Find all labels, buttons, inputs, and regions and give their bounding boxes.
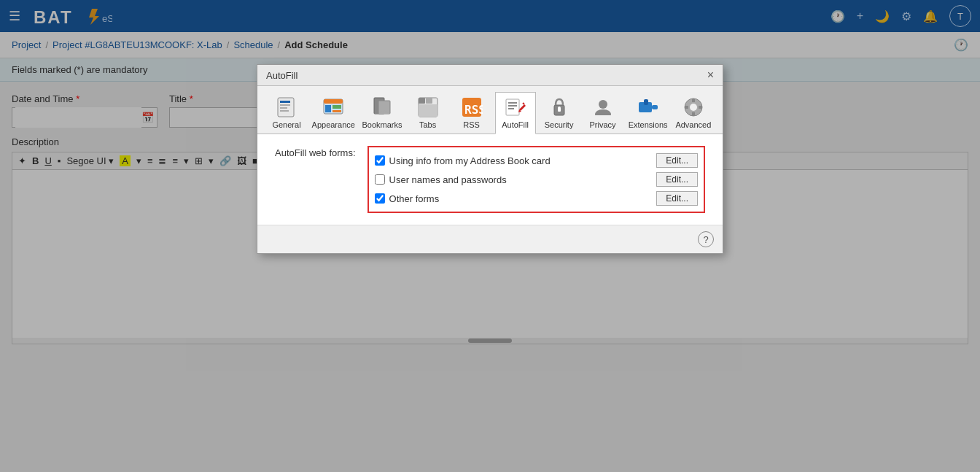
tab-bookmarks-label: Bookmarks [362, 120, 402, 129]
checkbox-address-label[interactable]: Using info from my Address Book card [389, 155, 551, 166]
checkbox-passwords-label[interactable]: User names and passwords [389, 174, 507, 185]
svg-text:RSS: RSS [464, 103, 483, 117]
checkbox-passwords[interactable] [375, 174, 385, 185]
checkbox-other[interactable] [375, 193, 385, 204]
tab-rss-label: RSS [463, 120, 480, 129]
autofill-icon [504, 96, 527, 119]
security-icon [548, 96, 571, 119]
edit-passwords-button[interactable]: Edit... [656, 172, 698, 187]
svg-rect-9 [324, 99, 343, 104]
svg-point-30 [558, 107, 561, 109]
svg-point-36 [690, 104, 697, 111]
edit-address-button[interactable]: Edit... [656, 153, 698, 168]
modal-overlay: AutoFill × General [0, 0, 980, 356]
svg-rect-20 [419, 104, 438, 117]
tab-security[interactable]: Security [539, 92, 580, 134]
autofill-forms-row: AutoFill web forms: Using info from my A… [275, 146, 705, 213]
svg-rect-25 [508, 105, 517, 107]
autofill-dialog: AutoFill × General [257, 64, 723, 254]
tab-rss[interactable]: RSS RSS [451, 92, 492, 134]
dialog-title: AutoFill [266, 70, 298, 81]
autofill-forms-label: AutoFill web forms: [275, 146, 356, 158]
bookmarks-icon [370, 96, 394, 119]
extensions-icon [637, 96, 660, 119]
tab-extensions-label: Extensions [629, 120, 668, 129]
checkbox-address[interactable] [375, 155, 385, 166]
svg-rect-12 [332, 110, 341, 112]
appearance-icon [322, 96, 345, 119]
tab-tabs-label: Tabs [419, 120, 436, 129]
svg-rect-34 [644, 99, 648, 105]
svg-rect-38 [692, 112, 695, 116]
tab-advanced-label: Advanced [675, 120, 711, 129]
svg-rect-19 [426, 98, 432, 104]
tab-privacy[interactable]: Privacy [583, 92, 623, 134]
svg-rect-24 [508, 102, 517, 104]
tab-advanced[interactable]: Advanced [673, 92, 714, 134]
autofill-option-other: Other forms Edit... [375, 191, 698, 206]
svg-rect-4 [280, 101, 290, 103]
advanced-icon [682, 96, 705, 119]
svg-rect-18 [419, 98, 425, 104]
tab-autofill[interactable]: AutoFill [495, 92, 536, 134]
svg-rect-26 [508, 108, 514, 109]
svg-rect-37 [692, 98, 695, 102]
svg-rect-5 [280, 104, 290, 106]
autofill-option-address: Using info from my Address Book card Edi… [375, 153, 698, 168]
privacy-icon [591, 96, 615, 119]
svg-line-27 [523, 103, 524, 104]
tab-tabs[interactable]: Tabs [408, 92, 448, 134]
svg-rect-7 [280, 110, 289, 112]
general-icon [275, 96, 298, 119]
dialog-bottom: ? [257, 225, 723, 253]
tab-appearance[interactable]: Appearance [310, 92, 357, 134]
svg-rect-33 [652, 105, 658, 109]
svg-rect-11 [332, 105, 341, 109]
checkbox-other-label[interactable]: Other forms [389, 193, 440, 204]
svg-rect-23 [506, 99, 519, 115]
dialog-content: AutoFill web forms: Using info from my A… [257, 134, 723, 225]
tabs-icon [416, 96, 440, 119]
tab-security-label: Security [545, 120, 574, 129]
help-button[interactable]: ? [698, 231, 714, 247]
svg-rect-6 [280, 107, 287, 109]
tab-appearance-label: Appearance [312, 120, 355, 129]
tab-general-label: General [272, 120, 300, 129]
dialog-titlebar: AutoFill × [257, 65, 723, 86]
tab-general[interactable]: General [266, 92, 307, 134]
autofill-option-passwords: User names and passwords Edit... [375, 172, 698, 187]
rss-icon: RSS [460, 96, 483, 119]
autofill-options-box: Using info from my Address Book card Edi… [368, 146, 705, 213]
edit-other-button[interactable]: Edit... [656, 191, 698, 206]
svg-rect-40 [699, 106, 702, 109]
tab-bookmarks[interactable]: Bookmarks [359, 92, 404, 134]
svg-rect-39 [685, 106, 688, 109]
svg-rect-10 [325, 105, 331, 112]
tab-privacy-label: Privacy [590, 120, 616, 129]
svg-point-31 [599, 100, 607, 109]
dialog-close-button[interactable]: × [707, 69, 714, 81]
tab-autofill-label: AutoFill [502, 120, 529, 129]
dialog-toolbar: General Appearance [257, 86, 723, 134]
tab-extensions[interactable]: Extensions [626, 92, 670, 134]
